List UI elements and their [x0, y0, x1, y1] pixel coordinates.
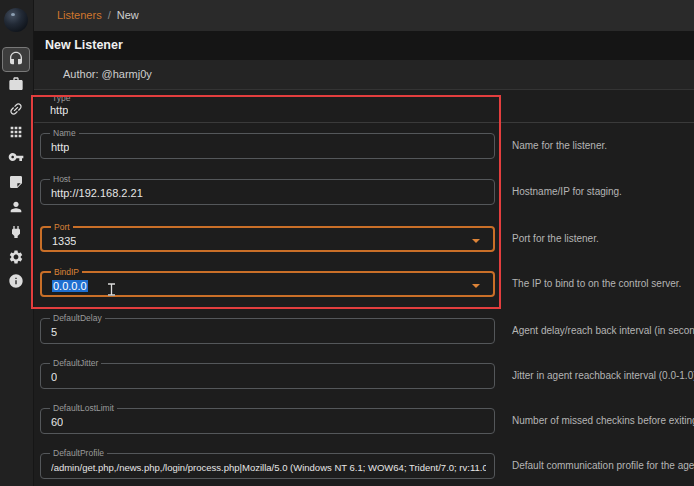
- field-label: BindIP: [51, 267, 82, 278]
- chevron-down-icon: [472, 239, 480, 243]
- form-field-row: Name http Name for the listener.: [34, 133, 694, 163]
- form-field-row: BindIP 0.0.0.0 The IP to bind to on the …: [34, 271, 694, 301]
- field-label: DefaultLostLimit: [50, 403, 117, 414]
- field-description: Name for the listener.: [512, 140, 607, 151]
- field-name[interactable]: Name http: [40, 133, 495, 159]
- field-value: 0.0.0.0: [52, 280, 88, 292]
- field-value: 0: [51, 371, 57, 383]
- field-bindip[interactable]: BindIP 0.0.0.0: [40, 271, 495, 297]
- gear-icon: [8, 249, 24, 265]
- field-port[interactable]: Port 1335: [40, 226, 495, 252]
- page-title: New Listener: [45, 38, 123, 52]
- field-description: Jitter in agent reachback interval (0.0-…: [512, 370, 694, 381]
- breadcrumb-listeners-link[interactable]: Listeners: [57, 9, 102, 21]
- field-defaultdelay[interactable]: DefaultDelay 5: [40, 318, 495, 344]
- breadcrumb: Listeners/New: [57, 9, 139, 21]
- form-field-row: DefaultJitter 0 Jitter in agent reachbac…: [34, 363, 694, 393]
- key-icon: [8, 149, 24, 165]
- sidebar-item-plugins[interactable]: [8, 224, 24, 240]
- breadcrumb-bar: Listeners/New: [34, 0, 694, 31]
- form-field-row: Port 1335 Port for the listener.: [34, 226, 694, 256]
- sidebar-item-credentials[interactable]: [8, 149, 24, 165]
- field-label: DefaultProfile: [50, 448, 107, 459]
- field-value: 5: [51, 326, 57, 338]
- selected-text: 0.0.0.0: [52, 280, 88, 292]
- starkiller-new-listener-page: { "colors":{"accent_orange":"#c96f28","a…: [0, 0, 694, 486]
- form-field-row: DefaultProfile /admin/get.php,/news.php,…: [34, 453, 694, 483]
- page-title-bar: New Listener: [34, 31, 694, 60]
- plug-icon: [8, 224, 24, 240]
- field-defaultprofile[interactable]: DefaultProfile /admin/get.php,/news.php,…: [40, 453, 495, 479]
- person-icon: [8, 199, 24, 215]
- author-label: Author: @harmj0y: [63, 68, 152, 80]
- form-field-row: Host http://192.168.2.21 Hostname/IP for…: [34, 179, 694, 209]
- sidebar-nav: [0, 0, 34, 486]
- field-label: Type: [49, 93, 73, 104]
- field-value: 1335: [52, 235, 76, 247]
- field-value: http: [51, 141, 69, 153]
- field-label: DefaultDelay: [50, 313, 105, 324]
- field-value: http: [50, 104, 68, 116]
- field-label: Host: [50, 174, 73, 185]
- field-type[interactable]: Type http: [40, 93, 495, 119]
- field-label: Port: [51, 222, 73, 233]
- field-value: /admin/get.php,/news.php,/login/process.…: [51, 462, 486, 473]
- field-value: http://192.168.2.21: [51, 187, 143, 199]
- sidebar-item-about[interactable]: [8, 273, 24, 289]
- sidebar-item-modules[interactable]: [8, 124, 24, 140]
- field-defaultjitter[interactable]: DefaultJitter 0: [40, 363, 495, 389]
- info-icon: [8, 273, 24, 289]
- listener-options-form: Type http Name http Name for the listene…: [34, 89, 694, 486]
- headset-icon: [8, 51, 24, 67]
- app-logo[interactable]: [4, 8, 28, 32]
- form-field-row: Type http: [34, 93, 694, 123]
- sidebar-item-agents[interactable]: [8, 101, 24, 117]
- form-field-row: DefaultDelay 5 Agent delay/reach back in…: [34, 318, 694, 348]
- field-description: The IP to bind to on the control server.: [512, 278, 681, 289]
- logo-highlight: [11, 13, 15, 16]
- field-description: Number of missed checkins before exiting: [512, 415, 694, 426]
- chevron-down-icon: [472, 284, 480, 288]
- sidebar-item-settings[interactable]: [8, 249, 24, 265]
- field-label: DefaultJitter: [50, 358, 101, 369]
- sidebar-item-users[interactable]: [8, 199, 24, 215]
- field-value: 60: [51, 416, 63, 428]
- field-description: Port for the listener.: [512, 233, 599, 244]
- field-host[interactable]: Host http://192.168.2.21: [40, 179, 495, 205]
- sidebar-item-stagers[interactable]: [8, 76, 24, 92]
- field-description: Hostname/IP for staging.: [512, 186, 622, 197]
- field-description: Agent delay/reach back interval (in seco…: [512, 325, 694, 336]
- breadcrumb-current: New: [117, 9, 139, 21]
- field-description: Default communication profile for the ag…: [512, 460, 694, 471]
- note-icon: [8, 174, 24, 190]
- field-defaultlostlimit[interactable]: DefaultLostLimit 60: [40, 408, 495, 434]
- grid-icon: [8, 124, 24, 140]
- sidebar-item-listeners[interactable]: [8, 51, 24, 67]
- briefcase-icon: [8, 76, 24, 92]
- sidebar-item-reporting[interactable]: [8, 174, 24, 190]
- field-label: Name: [50, 128, 79, 139]
- link-icon: [5, 98, 28, 121]
- breadcrumb-separator: /: [108, 9, 111, 21]
- author-bar: Author: @harmj0y: [34, 60, 694, 89]
- form-field-row: DefaultLostLimit 60 Number of missed che…: [34, 408, 694, 438]
